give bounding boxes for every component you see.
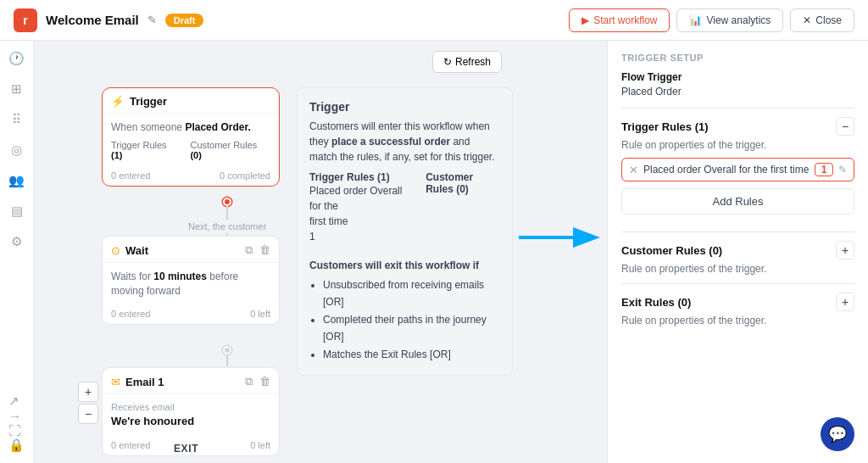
- email-delete-icon[interactable]: 🗑: [259, 375, 270, 388]
- wait-node-actions: ⧉ 🗑: [245, 243, 270, 257]
- email-receives-label: Receives email: [111, 401, 270, 414]
- wait-node-footer: 0 entered 0 left: [103, 305, 279, 324]
- email-envelope-icon: ✉: [111, 376, 120, 388]
- wait-title-group: ⊙ Wait: [111, 244, 148, 257]
- email-subject-text: We're honoured: [111, 414, 270, 429]
- tooltip-title: Trigger: [309, 100, 500, 114]
- draft-badge: Draft: [165, 14, 204, 27]
- wait-node-text: Waits for 10 minutes before moving forwa…: [111, 270, 270, 298]
- exit-rules-title: Exit Rules (0): [621, 296, 691, 309]
- trigger-node-title: Trigger: [130, 95, 167, 108]
- divider-2: [621, 232, 854, 232]
- trigger-node[interactable]: ⚡ Trigger When someone Placed Order. Tri…: [102, 87, 280, 187]
- exit-label: EXIT: [174, 443, 198, 455]
- trigger-rules-label: Trigger Rules (1): [111, 140, 180, 160]
- sidebar-icon-clock[interactable]: 🕐: [8, 51, 25, 66]
- sidebar-icon-arrow[interactable]: →: [8, 409, 25, 423]
- exit-item-3: Matches the Exit Rules [OR]: [323, 346, 500, 363]
- customer-rules-title: Customer Rules (0): [621, 244, 722, 257]
- edit-icon[interactable]: ✎: [147, 14, 157, 26]
- wait-delete-icon[interactable]: 🗑: [259, 243, 270, 257]
- chat-support-button[interactable]: 💬: [821, 417, 854, 451]
- customer-rules-section-header: Customer Rules (0) +: [621, 241, 854, 259]
- zoom-out-button[interactable]: −: [78, 404, 98, 424]
- trigger-title-group: ⚡ Trigger: [111, 95, 167, 108]
- exit-item-1: Unsubscribed from receiving emails [OR]: [323, 276, 500, 311]
- gray-dot-connector: [223, 346, 231, 354]
- rule-number-badge: 1: [815, 163, 833, 176]
- wait-entered: 0 entered: [111, 309, 150, 319]
- logo-icon: r: [14, 8, 37, 32]
- header-left: r Welcome Email ✎ Draft: [14, 8, 203, 32]
- trigger-rules-collapse-btn[interactable]: −: [836, 117, 854, 136]
- start-workflow-button[interactable]: ▶ Start workflow: [569, 8, 670, 32]
- exit-rules-section-header: Exit Rules (0) +: [621, 293, 854, 311]
- canvas: ↻ Refresh ⚡ Trigger When someone Placed …: [34, 41, 607, 463]
- divider-3: [621, 283, 854, 284]
- refresh-icon: ↻: [443, 56, 452, 68]
- sidebar-icon-grid[interactable]: ⊞: [11, 81, 22, 97]
- trigger-completed: 0 completed: [220, 170, 270, 181]
- tooltip-customer-rules: Customer Rules (0): [426, 171, 500, 251]
- rule-text-value: Placed order Overall for the first time: [643, 164, 810, 176]
- refresh-button[interactable]: ↻ Refresh: [432, 51, 502, 73]
- trigger-node-header: ⚡ Trigger: [103, 88, 279, 114]
- rule-edit-icon[interactable]: ✎: [838, 164, 847, 176]
- sidebar-bottom: ↗ → ⛶ 🔒: [8, 393, 25, 453]
- next-label-1: Next, the customer: [188, 221, 266, 232]
- customer-rules-label: Customer Rules (0): [190, 140, 270, 160]
- customer-rules-add-btn[interactable]: +: [836, 241, 854, 259]
- zoom-in-button[interactable]: +: [78, 382, 98, 402]
- email-node-title: Email 1: [125, 376, 164, 388]
- flow-trigger-value: Placed Order: [621, 86, 682, 98]
- right-panel: TRIGGER SETUP Flow Trigger Placed Order …: [607, 41, 868, 463]
- wait-node-title: Wait: [125, 244, 148, 257]
- wait-node-body: Waits for 10 minutes before moving forwa…: [103, 263, 279, 305]
- exit-rules-desc: Rule on properties of the trigger.: [621, 315, 854, 326]
- trigger-rule-item: ✕ Placed order Overall for the first tim…: [621, 158, 854, 181]
- red-dot-connector: [223, 198, 231, 206]
- email-node-body: Receives email We're honoured: [103, 394, 279, 437]
- zoom-controls: + −: [78, 382, 98, 424]
- main-layout: 🕐 ⊞ ⠿ ◎ 👥 ▤ ⚙ ↗ → ⛶ 🔒 ↻ Refresh ⚡ Trigge…: [0, 41, 868, 463]
- trigger-node-body: When someone Placed Order. Trigger Rules…: [103, 114, 279, 167]
- arrow-indicator: [519, 220, 604, 257]
- exit-item-2: Completed their paths in the journey [OR…: [323, 311, 500, 346]
- wait-circle-icon: ⊙: [111, 244, 120, 257]
- page-title: Welcome Email: [46, 13, 139, 27]
- header: r Welcome Email ✎ Draft ▶ Start workflow…: [0, 0, 868, 41]
- sidebar-icon-layers[interactable]: ▤: [11, 204, 23, 219]
- email-title-group: ✉ Email 1: [111, 376, 164, 388]
- sidebar-icon-fitscreen[interactable]: ⛶: [8, 423, 25, 438]
- exit-rules-add-btn[interactable]: +: [836, 293, 854, 311]
- sidebar-icon-lock[interactable]: 🔒: [8, 438, 25, 453]
- trigger-entered: 0 entered: [111, 170, 150, 181]
- sidebar-icon-circle-dot[interactable]: ◎: [11, 142, 22, 158]
- wait-node-header: ⊙ Wait ⧉ 🗑: [103, 237, 279, 263]
- header-right: ▶ Start workflow 📊 View analytics ✕ Clos…: [569, 8, 854, 32]
- sidebar-icon-dots[interactable]: ⠿: [12, 112, 21, 127]
- view-analytics-button[interactable]: 📊 View analytics: [676, 8, 783, 32]
- divider-1: [621, 108, 854, 109]
- sidebar-icon-settings[interactable]: ⚙: [11, 234, 22, 249]
- trigger-node-text: When someone Placed Order.: [111, 120, 270, 135]
- play-icon: ▶: [581, 14, 589, 26]
- tooltip-popup: Trigger Customers will enter this workfl…: [297, 87, 513, 376]
- tooltip-exit-list: Unsubscribed from receiving emails [OR] …: [309, 276, 500, 363]
- email-left: 0 left: [250, 440, 270, 450]
- tooltip-trigger-rules: Trigger Rules (1) Placed order Overall f…: [309, 171, 409, 251]
- trigger-rules-desc: Rule on properties of the trigger.: [621, 139, 854, 151]
- connector-line-1: [226, 206, 228, 220]
- email-node-header: ✉ Email 1 ⧉ 🗑: [103, 368, 279, 394]
- trigger-setup-title: TRIGGER SETUP: [621, 53, 854, 63]
- tooltip-rules-row: Trigger Rules (1) Placed order Overall f…: [309, 171, 500, 251]
- add-rules-button[interactable]: Add Rules: [621, 188, 854, 215]
- wait-node[interactable]: ⊙ Wait ⧉ 🗑 Waits for 10 minutes before m…: [102, 236, 280, 325]
- sidebar-icon-expand[interactable]: ↗: [8, 393, 25, 409]
- wait-copy-icon[interactable]: ⧉: [245, 243, 253, 257]
- trigger-rules-section-header: Trigger Rules (1) −: [621, 117, 854, 136]
- email-copy-icon[interactable]: ⧉: [245, 375, 253, 388]
- close-button[interactable]: ✕ Close: [790, 8, 854, 32]
- rule-remove-btn[interactable]: ✕: [629, 164, 638, 176]
- sidebar-icon-users[interactable]: 👥: [8, 173, 25, 188]
